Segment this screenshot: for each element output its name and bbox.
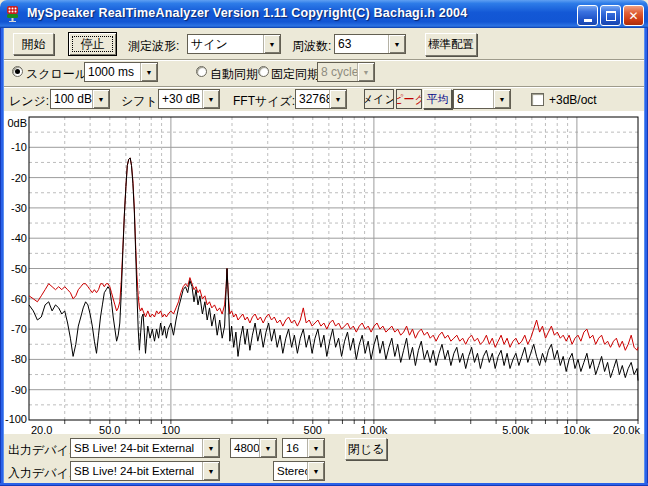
fixed-sync-radio[interactable] (258, 66, 269, 77)
svg-text:-70: -70 (11, 323, 27, 335)
svg-text:5.00k: 5.00k (502, 424, 529, 434)
separator (4, 86, 645, 88)
scroll-radio[interactable] (12, 66, 23, 77)
svg-text:-40: -40 (11, 232, 27, 244)
dropdown-arrow-icon: ▼ (202, 439, 219, 457)
average-count-value: 8 (454, 92, 493, 106)
input-device-value: SB Live! 24-bit External (71, 465, 202, 477)
samplerate-value: 48000 (231, 442, 259, 454)
close-button[interactable]: ✕ (623, 5, 644, 26)
svg-text:-100: -100 (5, 413, 27, 425)
scroll-interval-select[interactable]: 1000 ms ▼ (84, 62, 158, 82)
samplerate-select[interactable]: 48000 ▼ (230, 438, 277, 458)
cycle-value: 8 cycle (318, 65, 357, 79)
application-window: MySpeaker RealTimeAnalyzer Version 1.11 … (0, 0, 648, 486)
close-window-button[interactable]: 閉じる (345, 438, 387, 460)
svg-text:-80: -80 (11, 353, 27, 365)
dropdown-arrow-icon: ▼ (493, 90, 510, 108)
dropdown-arrow-icon: ▼ (259, 439, 276, 457)
close-window-label: 閉じる (348, 441, 385, 458)
standard-layout-label: 標準配置 (428, 37, 474, 52)
maximize-button[interactable] (600, 5, 621, 26)
shift-value: +30 dB (159, 92, 202, 106)
svg-text:-60: -60 (11, 293, 27, 305)
dropdown-arrow-icon: ▼ (202, 90, 219, 108)
standard-layout-button[interactable]: 標準配置 (425, 33, 477, 56)
input-device-label: 入力デバイス: (8, 465, 72, 482)
svg-text:500: 500 (304, 424, 322, 434)
window-border-left (0, 28, 4, 486)
bit-depth-value: 16 (283, 442, 307, 454)
fft-size-label: FFTサイズ: (233, 93, 297, 110)
oct-checkbox-label: +3dB/oct (549, 93, 609, 107)
range-select[interactable]: 100 dB ▼ (50, 89, 110, 109)
auto-sync-radio[interactable] (196, 66, 207, 77)
dropdown-arrow-icon: ▼ (263, 35, 280, 53)
app-icon (6, 6, 22, 22)
dropdown-arrow-icon: ▼ (329, 90, 346, 108)
window-title: MySpeaker RealTimeAnalyzer Version 1.11 … (27, 6, 467, 20)
waveform-value: サイン (188, 36, 263, 53)
svg-text:-90: -90 (11, 384, 27, 396)
input-device-select[interactable]: SB Live! 24-bit External ▼ (70, 461, 220, 481)
focus-rectangle (72, 36, 113, 52)
dropdown-arrow-icon: ▼ (357, 63, 374, 81)
dropdown-arrow-icon: ▼ (307, 462, 324, 480)
oct-checkbox[interactable] (531, 93, 544, 106)
minimize-icon (584, 19, 592, 22)
peak-curve-label: ピーク (396, 92, 422, 107)
shift-select[interactable]: +30 dB ▼ (158, 89, 220, 109)
average-label: 平均 (427, 92, 449, 107)
start-button[interactable]: 開始 (13, 33, 54, 55)
svg-text:50.0: 50.0 (99, 424, 120, 434)
stop-button[interactable]: 停止 (68, 32, 117, 56)
svg-text:20.0k: 20.0k (613, 424, 640, 434)
main-curve-toggle[interactable]: メイン (364, 89, 394, 109)
channels-select[interactable]: Stereo ▼ (273, 461, 325, 481)
frequency-select[interactable]: 63 ▼ (334, 34, 406, 54)
spectrum-chart: 0dB-10-20-30-40-50-60-70-80-90-10020.050… (0, 112, 648, 434)
fixed-sync-label: 固定同期 (271, 66, 321, 83)
frequency-value: 63 (335, 37, 388, 51)
maximize-icon (606, 11, 616, 21)
svg-text:-30: -30 (11, 202, 27, 214)
svg-text:-50: -50 (11, 263, 27, 275)
output-device-select[interactable]: SB Live! 24-bit External ▼ (70, 438, 220, 458)
svg-text:1.00k: 1.00k (360, 424, 387, 434)
output-device-label: 出力デバイス: (8, 442, 72, 459)
average-count-select[interactable]: 8 ▼ (453, 89, 511, 109)
average-toggle[interactable]: 平均 (423, 89, 452, 109)
waveform-select[interactable]: サイン ▼ (187, 34, 281, 54)
scroll-interval-value: 1000 ms (85, 65, 140, 79)
auto-sync-label: 自動同期 (210, 66, 260, 83)
fft-size-select[interactable]: 32768 ▼ (295, 89, 347, 109)
bit-depth-select[interactable]: 16 ▼ (282, 438, 325, 458)
shift-label: シフト: (121, 93, 159, 110)
fft-size-value: 32768 (296, 92, 329, 106)
main-curve-label: メイン (364, 92, 394, 107)
close-icon: ✕ (628, 10, 638, 22)
range-value: 100 dB (51, 92, 92, 106)
dropdown-arrow-icon: ▼ (202, 462, 219, 480)
title-bar[interactable]: MySpeaker RealTimeAnalyzer Version 1.11 … (0, 0, 648, 28)
output-device-value: SB Live! 24-bit External (71, 442, 202, 454)
peak-curve-toggle[interactable]: ピーク (396, 89, 422, 109)
minimize-button[interactable] (577, 5, 598, 26)
scroll-label: スクロール (26, 66, 84, 83)
channels-value: Stereo (274, 465, 307, 477)
svg-text:-20: -20 (11, 172, 27, 184)
waveform-label: 測定波形: (128, 38, 186, 55)
svg-text:20.0: 20.0 (31, 424, 52, 434)
svg-text:0dB: 0dB (7, 117, 27, 129)
window-border-right (644, 28, 648, 486)
dropdown-arrow-icon: ▼ (307, 439, 324, 457)
separator (4, 59, 645, 61)
svg-text:10.0k: 10.0k (563, 424, 590, 434)
dropdown-arrow-icon: ▼ (92, 90, 109, 108)
start-button-label: 開始 (22, 36, 46, 53)
dropdown-arrow-icon: ▼ (388, 35, 405, 53)
svg-text:-10: -10 (11, 141, 27, 153)
cycle-select: 8 cycle ▼ (317, 62, 375, 82)
dropdown-arrow-icon: ▼ (140, 63, 157, 81)
svg-text:100: 100 (162, 424, 180, 434)
